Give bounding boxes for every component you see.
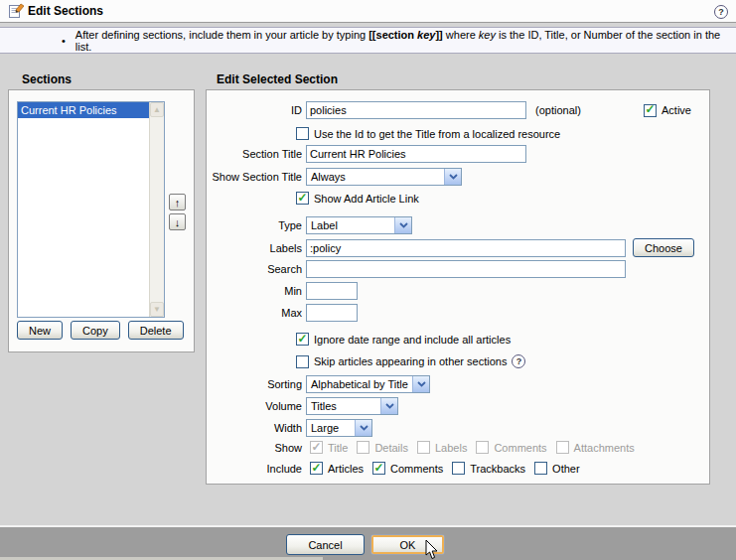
choose-button[interactable]: Choose	[633, 238, 694, 257]
max-input[interactable]	[306, 304, 358, 322]
show-details-label: Details	[374, 442, 408, 454]
ignore-date-range-label: Ignore date range and include all articl…	[314, 334, 511, 346]
show-details-checkbox	[357, 441, 369, 454]
show-labels-checkbox	[417, 441, 430, 454]
include-other-label: Other	[552, 463, 580, 475]
optional-hint: (optional)	[535, 104, 581, 116]
labels-label: Labels	[207, 242, 306, 254]
show-comments-checkbox	[476, 441, 489, 454]
sorting-label: Sorting	[207, 378, 306, 390]
notice-bar: • After defining sections, include them …	[0, 27, 736, 54]
help-icon[interactable]: ?	[714, 5, 728, 19]
chevron-down-icon	[394, 217, 411, 233]
ignore-date-range-checkbox[interactable]	[296, 333, 309, 346]
chevron-down-icon	[444, 169, 461, 185]
edit-page-icon	[8, 3, 24, 19]
show-group-label: Show	[207, 442, 306, 454]
edit-sections-dialog: Edit Sections ? • After defining section…	[0, 0, 736, 560]
show-comments-label: Comments	[494, 442, 546, 454]
show-section-title-label: Show Section Title	[207, 171, 306, 183]
show-section-title-select[interactable]: Always	[306, 168, 462, 186]
volume-label: Volume	[207, 400, 306, 412]
localized-resource-checkbox[interactable]	[296, 127, 309, 140]
new-button[interactable]: New	[17, 321, 63, 340]
bullet-icon: •	[62, 35, 66, 47]
include-comments-checkbox[interactable]	[372, 462, 385, 475]
search-input[interactable]	[306, 260, 626, 278]
show-add-article-label: Show Add Article Link	[314, 193, 419, 205]
sections-heading: Sections	[22, 72, 72, 86]
skip-articles-label: Skip articles appearing in other section…	[314, 355, 507, 367]
edit-section-heading: Edit Selected Section	[217, 72, 338, 86]
chevron-down-icon	[355, 420, 371, 436]
move-down-button[interactable]: ↓	[169, 213, 186, 230]
show-title-label: Title	[328, 442, 348, 454]
localized-resource-label: Use the Id to get the Title from a local…	[314, 128, 560, 140]
include-group-label: Include	[207, 463, 306, 475]
active-checkbox[interactable]	[644, 104, 657, 117]
sections-listbox[interactable]: Current HR Policies ▲ ▼	[17, 101, 165, 318]
min-input[interactable]	[306, 282, 358, 300]
show-title-checkbox	[310, 441, 323, 454]
min-label: Min	[207, 285, 306, 297]
edit-section-panel: ID (optional) Active Use the Id to get t…	[206, 89, 710, 485]
dialog-title: Edit Sections	[28, 4, 103, 18]
delete-button[interactable]: Delete	[128, 321, 184, 340]
scroll-up-icon[interactable]: ▲	[150, 102, 164, 117]
search-label: Search	[207, 263, 306, 275]
copy-button[interactable]: Copy	[71, 321, 120, 340]
listbox-scrollbar[interactable]: ▲ ▼	[149, 102, 164, 317]
list-item[interactable]: Current HR Policies	[18, 102, 149, 118]
include-other-checkbox[interactable]	[534, 462, 547, 475]
active-label: Active	[662, 104, 691, 116]
chevron-down-icon	[412, 376, 429, 392]
arrow-down-icon: ↓	[175, 216, 181, 228]
sorting-select[interactable]: Alphabetical by Title	[306, 375, 430, 393]
id-label: ID	[207, 104, 306, 116]
include-trackbacks-label: Trackbacks	[470, 463, 525, 475]
width-select[interactable]: Large	[306, 419, 372, 437]
notice-text: After defining sections, include them in…	[75, 29, 736, 53]
arrow-up-icon: ↑	[175, 197, 181, 209]
id-input[interactable]	[306, 101, 526, 119]
move-up-button[interactable]: ↑	[169, 194, 186, 210]
show-labels-label: Labels	[435, 442, 467, 454]
show-attachments-checkbox	[556, 441, 569, 454]
sections-panel: Current HR Policies ▲ ▼ ↑ ↓ New Copy Del…	[8, 89, 195, 352]
include-articles-label: Articles	[328, 463, 364, 475]
scroll-down-icon[interactable]: ▼	[150, 302, 164, 317]
chevron-down-icon	[380, 398, 397, 414]
width-label: Width	[207, 422, 306, 434]
skip-articles-checkbox[interactable]	[296, 355, 309, 368]
section-title-label: Section Title	[207, 148, 306, 160]
volume-select[interactable]: Titles	[306, 397, 398, 415]
titlebar: Edit Sections ?	[0, 0, 736, 23]
type-label: Type	[207, 219, 306, 231]
include-comments-label: Comments	[390, 463, 443, 475]
include-trackbacks-checkbox[interactable]	[452, 462, 465, 475]
ok-button[interactable]: OK	[370, 534, 445, 555]
cancel-button[interactable]: Cancel	[286, 534, 365, 555]
include-articles-checkbox[interactable]	[310, 462, 323, 475]
skip-help-icon[interactable]: ?	[512, 354, 525, 368]
show-add-article-checkbox[interactable]	[296, 192, 309, 205]
labels-input[interactable]	[306, 239, 626, 257]
show-attachments-label: Attachments	[574, 442, 635, 454]
section-title-input[interactable]	[306, 145, 526, 163]
type-select[interactable]: Label	[306, 216, 412, 234]
max-label: Max	[207, 307, 306, 319]
footer-bar: Cancel OK	[0, 527, 736, 560]
